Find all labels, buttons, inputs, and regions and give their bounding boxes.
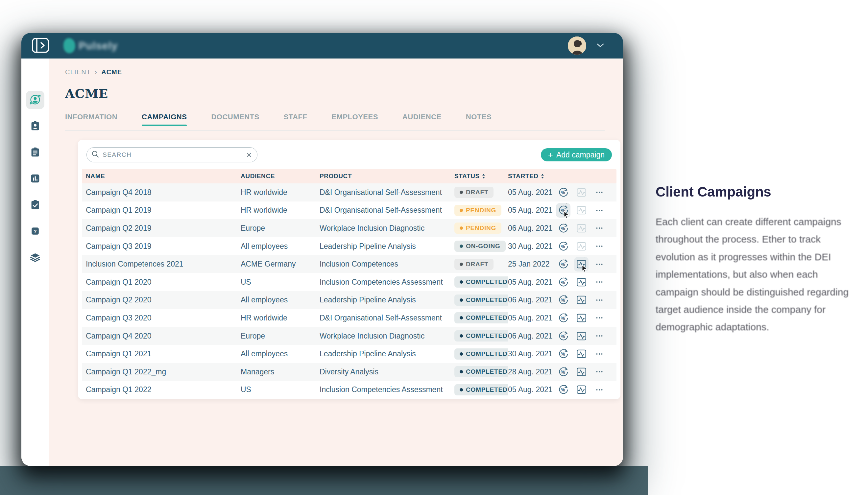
search-input[interactable] (103, 151, 243, 158)
status-dot-icon (460, 191, 463, 194)
row-menu-button[interactable] (592, 275, 607, 289)
column-header-audience: AUDIENCE (241, 173, 320, 180)
bar-chart-icon (29, 172, 41, 186)
tracking-campaign-button[interactable]: % (556, 382, 571, 397)
annotation-heading: Client Campaigns (656, 184, 850, 200)
add-campaign-label: Add campaign (556, 151, 605, 159)
tab-employees[interactable]: EMPLOYEES (331, 113, 378, 126)
sidebar-collapse-button[interactable] (31, 37, 50, 54)
tab-notes[interactable]: NOTES (466, 113, 492, 126)
sort-icon[interactable] (482, 173, 486, 179)
campaign-name: Campaign Q3 2020 (82, 313, 241, 322)
column-header-status[interactable]: STATUS (454, 173, 508, 180)
search-icon (91, 150, 99, 159)
breadcrumb: CLIENT › ACME (65, 68, 623, 76)
user-avatar[interactable] (568, 36, 586, 55)
data-visualization-button[interactable] (574, 239, 589, 253)
sidebar-item-contacts[interactable] (26, 117, 45, 135)
tracking-campaign-button[interactable]: % (556, 221, 571, 235)
svg-text:%: % (561, 333, 565, 339)
row-menu-button[interactable] (592, 364, 607, 379)
page-title: ACME (65, 86, 623, 101)
column-header-started[interactable]: STARTED (508, 173, 556, 180)
table-row: Campaign Q2 2020All employeesLeadership … (82, 291, 616, 309)
row-menu-button[interactable] (592, 257, 607, 272)
sidebar-item-assessments[interactable] (26, 196, 45, 214)
row-menu-button[interactable] (592, 293, 607, 307)
data-visualization-button[interactable] (574, 382, 589, 397)
data-visualization-button[interactable] (574, 364, 589, 379)
status-badge: ON-GOING (454, 241, 506, 252)
add-campaign-button[interactable]: + Add campaign (541, 148, 612, 161)
sidebar-item-help[interactable]: ? (26, 222, 45, 241)
data-visualization-button[interactable] (574, 329, 589, 343)
campaign-name: Campaign Q4 2018 (82, 188, 241, 197)
column-header-product: PRODUCT (320, 173, 454, 180)
row-menu-button[interactable] (592, 221, 607, 235)
data-visualization-button[interactable] (574, 293, 589, 307)
tab-campaigns[interactable]: CAMPAIGNS (142, 113, 187, 126)
status-dot-icon (460, 388, 463, 391)
data-visualization-button[interactable] (574, 203, 589, 218)
campaign-product: Workplace Inclusion Diagnostic (320, 332, 454, 341)
sort-icon[interactable] (541, 173, 544, 179)
tracking-campaign-button[interactable]: % (556, 293, 571, 307)
tab-information[interactable]: INFORMATION (65, 113, 117, 126)
campaign-audience: HR worldwide (241, 188, 320, 197)
clear-search-icon[interactable]: ✕ (246, 152, 252, 158)
row-menu-button[interactable] (592, 203, 607, 218)
data-visualization-button[interactable] (574, 185, 589, 200)
table-row: Campaign Q1 2021All employeesLeadership … (82, 345, 616, 363)
top-bar: Pulsely (21, 33, 623, 58)
data-visualization-button[interactable] (574, 221, 589, 235)
status-badge: COMPLETED (454, 312, 508, 323)
sidebar-item-integrations[interactable] (26, 249, 45, 267)
row-menu-button[interactable] (592, 329, 607, 343)
data-visualization-button[interactable] (574, 347, 589, 361)
status-dot-icon (460, 262, 463, 266)
clipboard-check-icon (29, 199, 41, 212)
row-menu-button[interactable] (592, 311, 607, 325)
tab-documents[interactable]: DOCUMENTS (211, 113, 259, 126)
breadcrumb-client[interactable]: CLIENT (65, 68, 91, 76)
campaign-name: Campaign Q1 2020 (82, 278, 241, 287)
svg-text:%: % (561, 208, 565, 213)
sidebar-item-surveys[interactable] (26, 143, 45, 162)
sidebar-item-clients[interactable] (26, 91, 45, 109)
campaign-audience: US (241, 278, 320, 287)
status-badge: PENDING (454, 205, 501, 216)
tracking-campaign-button[interactable]: % (556, 329, 571, 343)
table-row: Campaign Q2 2019EuropeWorkplace Inclusio… (82, 219, 616, 237)
tracking-campaign-button[interactable]: % (556, 239, 571, 253)
row-menu-button[interactable] (592, 347, 607, 361)
tab-audience[interactable]: AUDIENCE (403, 113, 442, 126)
row-menu-button[interactable] (592, 185, 607, 200)
svg-text:%: % (561, 280, 565, 285)
sidebar-item-analytics[interactable] (26, 170, 45, 188)
data-visualization-button[interactable] (574, 275, 589, 289)
tracking-campaign-button[interactable]: % (556, 185, 571, 200)
status-badge: COMPLETED (454, 276, 508, 288)
clipboard-icon (29, 146, 41, 159)
tracking-campaign-button[interactable]: % (556, 311, 571, 325)
row-menu-button[interactable] (592, 239, 607, 253)
campaign-product: Leadership Pipeline Analysis (320, 349, 454, 358)
column-header-name: NAME (82, 173, 241, 180)
campaign-audience: All employees (241, 295, 320, 304)
tracking-campaign-button[interactable]: %TRACKING CAMPAIGN (556, 203, 571, 218)
table-row: Campaign Q1 2022USInclusion Competencies… (82, 381, 616, 399)
row-menu-button[interactable] (592, 382, 607, 397)
user-menu-button[interactable] (595, 37, 606, 54)
campaign-audience: ACME Germany (241, 260, 320, 269)
tracking-campaign-button[interactable]: % (556, 275, 571, 289)
data-visualization-button[interactable] (574, 311, 589, 325)
status-dot-icon (460, 280, 463, 284)
tab-staff[interactable]: STAFF (284, 113, 307, 126)
tracking-campaign-button[interactable]: % (556, 347, 571, 361)
table-row: Campaign Q3 2019All employeesLeadership … (82, 237, 616, 255)
tracking-campaign-button[interactable]: % (556, 257, 571, 272)
tracking-campaign-button[interactable]: % (556, 364, 571, 379)
campaign-name: Campaign Q1 2022_mg (82, 368, 241, 376)
status-dot-icon (460, 370, 463, 373)
data-visualization-button[interactable]: DATA VISUALIZATION (574, 257, 589, 272)
